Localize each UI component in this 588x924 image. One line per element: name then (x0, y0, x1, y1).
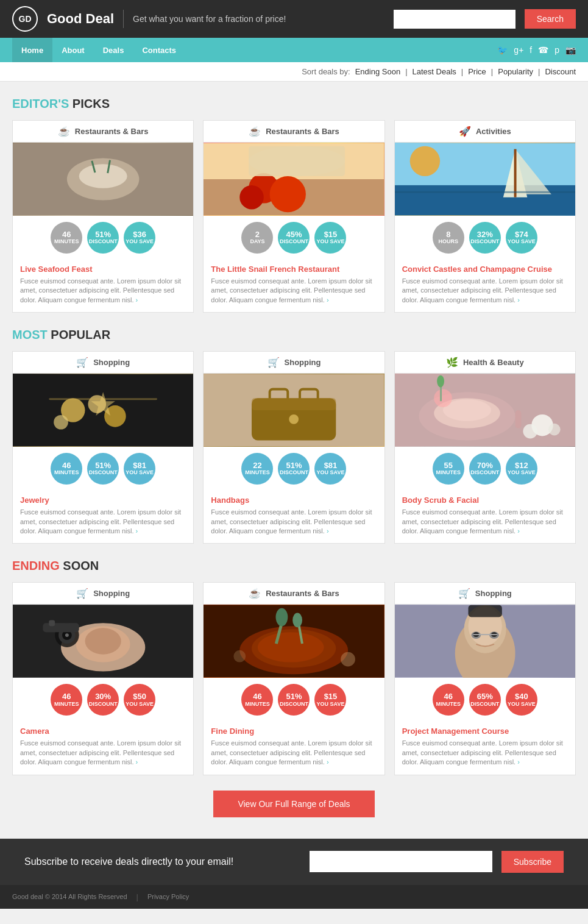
most-popular-grid: 🛒 Shopping 46 MINUTES (12, 351, 576, 544)
facebook-icon[interactable]: f (530, 45, 532, 55)
deal-description: Fusce euismod consequat ante. Lorem ipsu… (20, 508, 186, 536)
svg-rect-19 (395, 191, 575, 193)
nav-deals[interactable]: Deals (94, 38, 133, 62)
svg-point-31 (289, 414, 299, 424)
deal-title: Project Management Course (402, 727, 568, 736)
svg-point-64 (234, 650, 246, 663)
badges: 55 MINUTES 70% DISCOUNT $12 YOU SAVE (395, 447, 575, 491)
footer: Good deal © 2014 All Rights Reserved | P… (0, 885, 588, 909)
copyright: Good deal © 2014 All Rights Reserved (12, 893, 127, 900)
svg-point-60 (276, 608, 288, 627)
svg-rect-12 (249, 146, 345, 176)
svg-point-40 (548, 424, 561, 436)
card-category: Shopping (93, 589, 130, 598)
sort-price[interactable]: Price (468, 67, 486, 76)
card-header: 🛒 Shopping (13, 352, 193, 374)
badge-discount: 51% DISCOUNT (278, 453, 310, 485)
sort-sep-4: | (538, 67, 540, 76)
nav-about[interactable]: About (52, 38, 94, 62)
deal-title: Live Seafood Feast (20, 265, 186, 274)
deal-title: Body Scrub & Facial (402, 496, 568, 505)
view-all-section: View Our Full Range of Deals (12, 791, 576, 817)
restaurant-icon: ☕ (58, 126, 70, 137)
shopping-icon: 🛒 (76, 357, 88, 368)
card-body: Convict Castles and Champagne Cruise Fus… (395, 260, 575, 312)
badge-time: 46 MINUTES (51, 453, 82, 485)
card-header: 🚀 Activities (395, 121, 575, 143)
instagram-icon[interactable]: 📷 (565, 45, 576, 55)
card-category: Health & Beauty (463, 358, 524, 367)
sort-discount[interactable]: Discount (545, 67, 576, 76)
pinterest-icon[interactable]: p (554, 45, 559, 55)
card-image (13, 605, 193, 678)
editors-picks-title: EDITOR'S PICKS (12, 97, 576, 111)
badge-save: $36 YOU SAVE (124, 222, 155, 254)
badges: 22 MINUTES 51% DISCOUNT $81 YOU SAVE (204, 447, 384, 491)
card-health-beauty: 🌿 Health & Beauty (394, 351, 576, 544)
svg-rect-74 (473, 634, 497, 635)
googleplus-icon[interactable]: g+ (514, 45, 523, 55)
badge-discount: 51% DISCOUNT (87, 222, 119, 254)
badge-time: 46 MINUTES (433, 684, 464, 716)
privacy-policy-link[interactable]: Privacy Policy (147, 893, 189, 900)
subscribe-button[interactable]: Subscribe (501, 851, 564, 873)
restaurant-icon: ☕ (249, 588, 261, 599)
badges: 2 DAYS 45% DISCOUNT $15 YOU SAVE (204, 216, 384, 260)
card-body: Fine Dining Fusce euismod consequat ante… (204, 722, 384, 774)
editors-picks-grid: ☕ Restaurants & Bars 46 MINUTES (12, 120, 576, 313)
badge-discount: 32% DISCOUNT (469, 222, 501, 254)
activities-icon: 🚀 (459, 126, 471, 137)
card-body: Handbags Fusce euismod consequat ante. L… (204, 491, 384, 543)
card-image (395, 143, 575, 216)
svg-point-39 (523, 424, 537, 439)
badge-time: 46 MINUTES (51, 684, 82, 716)
svg-point-48 (85, 628, 121, 655)
svg-point-18 (409, 146, 439, 176)
card-body: Jewelry Fusce euismod consequat ante. Lo… (13, 491, 193, 543)
badges: 8 HOURS 32% DISCOUNT $74 YOU SAVE (395, 216, 575, 260)
tagline: Get what you want for a fraction of pric… (133, 14, 384, 24)
shopping-icon: 🛒 (76, 588, 88, 599)
search-button[interactable]: Search (525, 9, 576, 29)
badges: 46 MINUTES 65% DISCOUNT $40 YOU SAVE (395, 678, 575, 722)
shopping-icon: 🛒 (267, 357, 280, 368)
svg-point-52 (65, 634, 69, 638)
nav-home[interactable]: Home (12, 38, 52, 62)
sort-popularity[interactable]: Popularity (498, 67, 533, 76)
badge-discount: 51% DISCOUNT (278, 684, 310, 716)
ending-soon-title: ENDING SOON (12, 559, 576, 573)
nav-contacts[interactable]: Contacts (133, 38, 185, 62)
main-content: EDITOR'S PICKS ☕ Restaurants & Bars (0, 82, 588, 839)
badge-save: $40 YOU SAVE (506, 684, 537, 716)
card-project-management: 🛒 Shopping (394, 582, 576, 775)
svg-point-2 (79, 164, 127, 188)
deal-description: Fusce euismod consequat ante. Lorem ipsu… (211, 739, 377, 767)
card-image (204, 605, 384, 678)
svg-point-58 (258, 633, 324, 663)
card-header: ☕ Restaurants & Bars (13, 121, 193, 143)
card-body: Project Management Course Fusce euismod … (395, 722, 575, 774)
card-fine-dining: ☕ Restaurants & Bars (203, 582, 384, 775)
twitter-icon[interactable]: 🐦 (497, 45, 508, 55)
view-all-button[interactable]: View Our Full Range of Deals (213, 791, 374, 817)
deal-title: Camera (20, 727, 186, 736)
skype-icon[interactable]: ☎ (538, 45, 548, 55)
logo-divider (123, 10, 124, 28)
card-image (13, 374, 193, 447)
sort-sep-3: | (491, 67, 493, 76)
deal-description: Fusce euismod consequat ante. Lorem ipsu… (402, 277, 568, 305)
most-popular-title: MOST POPULAR (12, 328, 576, 342)
deal-description: Fusce euismod consequat ante. Lorem ipsu… (20, 739, 186, 767)
deal-title: Fine Dining (211, 727, 377, 736)
badge-time: 2 DAYS (241, 222, 273, 254)
card-header: ☕ Restaurants & Bars (204, 583, 384, 605)
search-input[interactable] (394, 10, 515, 29)
sort-ending-soon[interactable]: Ending Soon (355, 67, 400, 76)
card-header: 🛒 Shopping (395, 583, 575, 605)
card-seafood: ☕ Restaurants & Bars 46 MINUTES (12, 120, 194, 313)
sort-latest-deals[interactable]: Latest Deals (413, 67, 456, 76)
subscribe-email-input[interactable] (310, 851, 492, 872)
badge-discount: 70% DISCOUNT (469, 453, 501, 485)
svg-point-10 (240, 185, 264, 210)
badge-save: $15 YOU SAVE (314, 684, 346, 716)
